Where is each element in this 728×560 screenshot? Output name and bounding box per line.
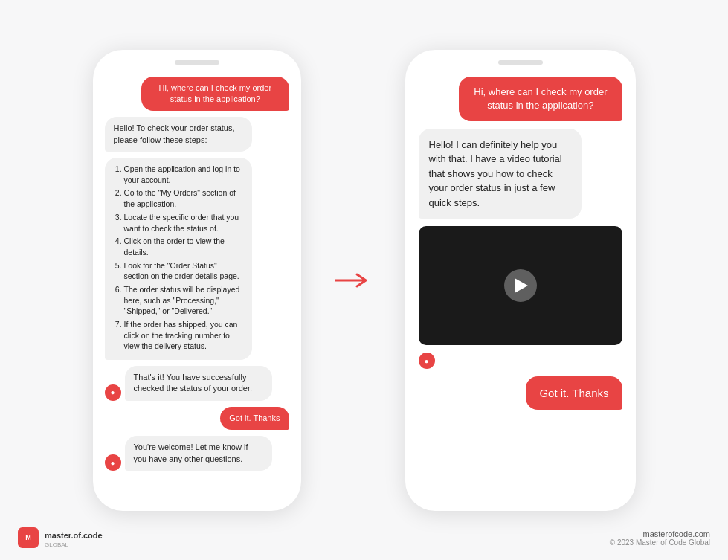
left-msg-1-text: Hi, where can I check my order status in… [158, 83, 271, 103]
play-button[interactable] [504, 269, 537, 302]
left-msg-4-row: ● That's it! You have successfully check… [105, 366, 289, 401]
bot-icon-1: ● [110, 388, 115, 396]
step-7: If the order has shipped, you can click … [124, 319, 243, 352]
logo-text: master.of.code [45, 531, 103, 540]
right-phone-content: Hi, where can I check my order status in… [419, 77, 622, 496]
bot-icon-2: ● [110, 459, 115, 467]
footer-right: masterofcode.com © 2023 Master of Code G… [610, 530, 710, 547]
right-msg-1-row: Hi, where can I check my order status in… [419, 77, 622, 121]
left-phone-content: Hi, where can I check my order status in… [105, 77, 289, 496]
left-msg-6-bubble: You're welcome! Let me know if you have … [125, 436, 272, 471]
step-5: Look for the "Order Status" section on t… [124, 260, 243, 282]
left-msg-5-row: Got it. Thanks [105, 407, 289, 430]
left-msg-1-bubble: Hi, where can I check my order status in… [141, 77, 289, 112]
logo-text-area: master.of.code GLOBAL [45, 528, 103, 548]
left-msg-2-row: Hello! To check your order status, pleas… [105, 117, 289, 152]
left-msg-4-bubble: That's it! You have successfully checked… [125, 366, 272, 401]
step-6: The order status will be displayed here,… [124, 284, 243, 317]
logo-sub: GLOBAL [45, 541, 103, 548]
video-player[interactable] [419, 226, 622, 345]
right-msg-2-row: Hello! I can definitely help you with th… [419, 129, 622, 219]
right-arrow-icon [335, 271, 372, 289]
bot-avatar-right: ● [419, 353, 435, 369]
play-triangle-icon [515, 278, 528, 293]
left-msg-3-bubble: Open the application and log in to your … [105, 158, 252, 360]
left-msg-2-text: Hello! To check your order status, pleas… [114, 123, 235, 144]
right-bot-avatar-row: ● [419, 353, 622, 369]
left-msg-5-bubble: Got it. Thanks [220, 407, 289, 430]
step-1: Open the application and log in to your … [124, 164, 243, 185]
right-msg-3-bubble: Got it. Thanks [526, 376, 622, 410]
step-3: Locate the specific order that you want … [124, 212, 243, 234]
arrow-container [331, 271, 376, 289]
left-msg-6-row: ● You're welcome! Let me know if you hav… [105, 436, 289, 471]
bot-avatar-1: ● [105, 384, 121, 401]
right-msg-3-text: Got it. Thanks [539, 387, 608, 399]
logo-icon: M [18, 527, 39, 548]
step-4: Click on the order to view the details. [124, 236, 243, 257]
left-msg-6-text: You're welcome! Let me know if you have … [134, 442, 248, 463]
bot-avatar-2: ● [105, 454, 121, 471]
left-phone: Hi, where can I check my order status in… [93, 50, 301, 511]
left-msg-1-row: Hi, where can I check my order status in… [105, 77, 289, 112]
right-phone: Hi, where can I check my order status in… [405, 50, 636, 511]
left-msg-5-text: Got it. Thanks [229, 413, 280, 422]
steps-list: Open the application and log in to your … [114, 164, 243, 352]
logo-icon-symbol: M [25, 534, 31, 541]
left-msg-3-row: Open the application and log in to your … [105, 158, 289, 360]
step-2: Go to the "My Orders" section of the app… [124, 187, 243, 209]
logo-area: M master.of.code GLOBAL [18, 527, 103, 548]
right-msg-2-text: Hello! I can definitely help you with th… [429, 139, 562, 208]
main-container: Hi, where can I check my order status in… [0, 0, 728, 560]
right-msg-1-bubble: Hi, where can I check my order status in… [459, 77, 622, 121]
bot-icon-right: ● [424, 357, 428, 365]
footer-copyright: © 2023 Master of Code Global [610, 538, 710, 547]
footer: M master.of.code GLOBAL masterofcode.com… [0, 527, 728, 548]
left-msg-2-bubble: Hello! To check your order status, pleas… [105, 117, 252, 152]
footer-url: masterofcode.com [610, 530, 710, 538]
right-msg-1-text: Hi, where can I check my order status in… [474, 86, 607, 111]
right-msg-3-row: Got it. Thanks [419, 376, 622, 410]
left-msg-4-text: That's it! You have successfully checked… [134, 373, 253, 393]
right-msg-2-bubble: Hello! I can definitely help you with th… [419, 129, 582, 219]
